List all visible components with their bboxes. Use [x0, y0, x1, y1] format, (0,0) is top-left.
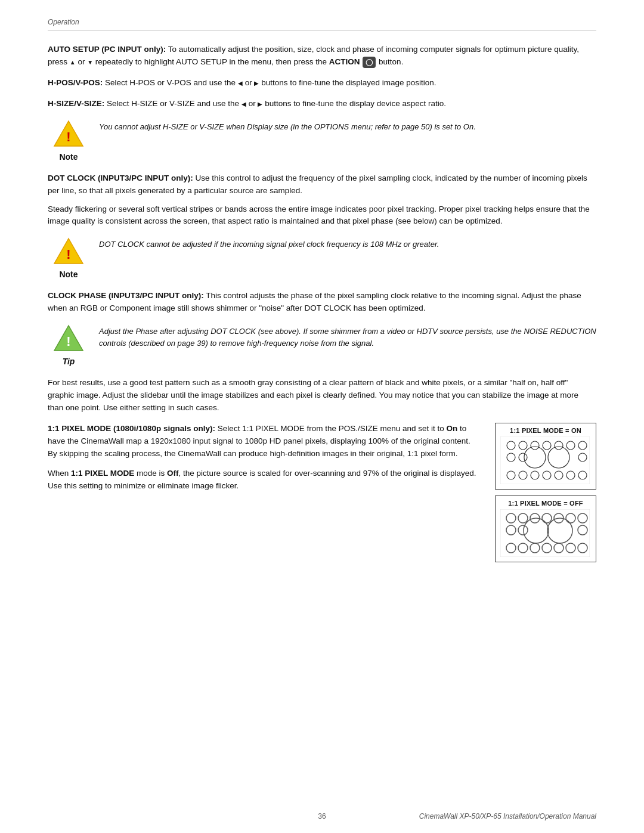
note-text-1: You cannot adjust H-SIZE or V-SIZE when … — [99, 119, 476, 133]
arrow-left-icon2 — [242, 99, 246, 108]
best-results-para: For best results, use a good test patter… — [48, 377, 596, 414]
note-triangle-icon-2: ! — [53, 236, 84, 267]
best-results-section: For best results, use a good test patter… — [48, 377, 596, 414]
hpos-bold: H-POS/V-POS: — [48, 78, 103, 87]
dot-clock-detail: Steady flickering or several soft vertic… — [48, 203, 596, 228]
dot-clock-para: DOT CLOCK (INPUT3/PC INPUT only): Use th… — [48, 172, 596, 197]
pixel-mode-diagrams: 1:1 PIXEL MODE = ON — [495, 423, 596, 562]
pixel-diagram-off: 1:1 PIXEL MODE = OFF — [495, 496, 596, 562]
tip-triangle-icon: ! — [53, 323, 84, 354]
pixel-mode-section: 1:1 PIXEL MODE (1080i/1080p signals only… — [48, 423, 596, 562]
pixel-diagram-on-svg — [500, 436, 590, 484]
action-label: ACTION — [329, 57, 360, 66]
tip-label: Tip — [63, 357, 75, 366]
action-button-icon: ◯ — [363, 57, 376, 68]
note-label-col-2: ! Note — [48, 236, 89, 279]
arrow-left-icon — [238, 78, 243, 87]
footer-page-number: 36 — [318, 812, 326, 820]
hsize-section: H-SIZE/V-SIZE: Select H-SIZE or V-SIZE a… — [48, 98, 596, 110]
tip-box: ! Tip Adjust the Phase after adjusting D… — [48, 323, 596, 366]
note-box-2: ! Note DOT CLOCK cannot be adjusted if t… — [48, 236, 596, 279]
dot-clock-bold: DOT CLOCK (INPUT3/PC INPUT only): — [48, 174, 193, 182]
page-header: Operation — [48, 18, 596, 26]
note-label-col-1: ! Note — [48, 119, 89, 162]
arrow-up-icon — [70, 57, 76, 66]
dot-clock-section: DOT CLOCK (INPUT3/PC INPUT only): Use th… — [48, 172, 596, 228]
note-label-1: Note — [59, 152, 78, 162]
pixel-mode-off-para: When 1:1 PIXEL MODE mode is Off, the pic… — [48, 467, 481, 493]
arrow-right-icon2 — [258, 99, 262, 108]
pixel-diagram-on: 1:1 PIXEL MODE = ON — [495, 423, 596, 490]
footer-title: CinemaWall XP-50/XP-65 Installation/Oper… — [419, 812, 596, 820]
page: Operation AUTO SETUP (PC INPUT only): To… — [0, 0, 644, 833]
hpos-section: H-POS/V-POS: Select H-POS or V-POS and u… — [48, 77, 596, 89]
clock-phase-bold: CLOCK PHASE (INPUT3/PC INPUT only): — [48, 291, 204, 300]
arrow-right-icon — [254, 78, 259, 87]
auto-setup-bold: AUTO SETUP (PC INPUT only): — [48, 45, 166, 54]
tip-text: Adjust the Phase after adjusting DOT CLO… — [99, 323, 596, 349]
tip-label-col: ! Tip — [48, 323, 89, 366]
pixel-mode-text: 1:1 PIXEL MODE (1080i/1080p signals only… — [48, 423, 481, 493]
top-rule — [48, 30, 596, 30]
auto-setup-para: AUTO SETUP (PC INPUT only): To automatic… — [48, 44, 596, 69]
note-box-1: ! Note You cannot adjust H-SIZE or V-SIZ… — [48, 119, 596, 162]
note-text-2: DOT CLOCK cannot be adjusted if the inco… — [99, 236, 439, 250]
svg-text:!: ! — [66, 129, 70, 144]
hpos-text: Select H-POS or V-POS and use the or but… — [103, 78, 436, 87]
auto-setup-section: AUTO SETUP (PC INPUT only): To automatic… — [48, 44, 596, 69]
pixel-diagram-off-svg — [500, 509, 590, 557]
note-label-2: Note — [59, 270, 78, 279]
hsize-text: Select H-SIZE or V-SIZE and use the or b… — [104, 99, 446, 108]
hpos-para: H-POS/V-POS: Select H-POS or V-POS and u… — [48, 77, 596, 89]
hsize-bold: H-SIZE/V-SIZE: — [48, 99, 104, 108]
pixel-diagram-on-label: 1:1 PIXEL MODE = ON — [500, 427, 591, 434]
arrow-down-icon — [87, 57, 93, 66]
svg-text:!: ! — [66, 247, 70, 262]
hsize-para: H-SIZE/V-SIZE: Select H-SIZE or V-SIZE a… — [48, 98, 596, 110]
pixel-mode-on-para: 1:1 PIXEL MODE (1080i/1080p signals only… — [48, 423, 481, 460]
svg-text:!: ! — [66, 334, 70, 349]
svg-rect-26 — [500, 509, 590, 557]
pixel-mode-bold: 1:1 PIXEL MODE (1080i/1080p signals only… — [48, 424, 215, 433]
pixel-diagram-off-label: 1:1 PIXEL MODE = OFF — [500, 500, 591, 507]
clock-phase-para: CLOCK PHASE (INPUT3/PC INPUT only): This… — [48, 290, 596, 315]
clock-phase-section: CLOCK PHASE (INPUT3/PC INPUT only): This… — [48, 290, 596, 315]
note-triangle-icon-1: ! — [53, 119, 84, 150]
